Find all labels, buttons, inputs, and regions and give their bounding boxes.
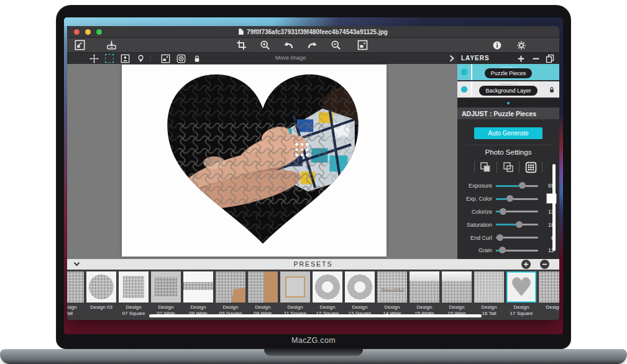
slider-row: Colorize 13 [457,206,559,219]
preset-label: Design07 Square [122,304,145,317]
auto-generate-button[interactable]: Auto Generate [474,127,542,139]
heart-puzzle-artwork[interactable] [163,69,363,249]
presets-title: PRESETS [67,260,559,268]
layer-visibility-dot[interactable] [457,69,471,75]
remove-preset-icon[interactable] [540,260,549,269]
lock-icon[interactable] [192,53,202,63]
layer-lock-icon[interactable] [544,86,559,94]
slider-row: End Curl 6 [457,231,559,244]
transform-handle-dots[interactable] [294,142,310,158]
preset-tile[interactable]: DesignTall [67,271,85,317]
crop-icon[interactable] [236,40,247,50]
preset-tile[interactable]: Design [538,271,559,317]
panel-divider [465,145,552,145]
slider-knob[interactable] [506,195,513,202]
slider-knob[interactable] [497,234,503,241]
grid-pad-icon[interactable] [525,162,537,173]
move-tool-icon[interactable] [89,53,99,63]
slider-row: Grain 12 [457,244,559,257]
preset-thumbnail[interactable]: ♥ [506,271,536,303]
portrait-frame-icon[interactable] [120,53,130,63]
preset-thumbnail[interactable]: Beautiful [377,271,407,303]
wallpaper-top-strip [64,17,563,26]
preset-tile[interactable]: Design09 Wide [247,271,279,317]
preset-thumbnail[interactable] [151,271,181,303]
marquee-tool-icon[interactable] [104,53,114,63]
zoom-out-icon[interactable] [331,40,341,50]
heart-thumb-glyph: ♥ [510,273,533,301]
preset-label: Design [546,304,559,311]
slider-knob[interactable] [516,221,523,228]
slider-track[interactable] [496,198,538,200]
info-icon[interactable] [492,40,502,50]
slider-label: End Curl [457,235,492,241]
preset-thumbnail[interactable] [442,271,472,303]
layers-outline-icon[interactable] [503,162,514,173]
preset-thumbnail[interactable] [410,271,439,303]
add-layer-icon[interactable] [516,53,526,63]
slider-knob[interactable] [519,182,526,189]
preset-thumbnail[interactable] [313,271,342,303]
preset-thumbnail[interactable] [539,271,559,303]
slider-track[interactable] [496,250,538,252]
preset-tile[interactable]: Design16 Tall [473,271,505,317]
preset-thumbnail[interactable] [280,271,310,303]
add-preset-icon[interactable] [521,260,531,269]
import-icon[interactable] [106,40,117,50]
zoom-in-icon[interactable] [260,40,270,50]
undo-icon[interactable] [283,40,294,50]
slider-track[interactable] [496,185,538,187]
slider-knob[interactable] [500,208,506,215]
duplicate-layer-icon[interactable] [545,53,555,63]
preset-thumbnail[interactable] [345,271,375,303]
presets-scrollbar[interactable] [149,314,482,317]
panel-separator[interactable] [457,99,559,107]
preset-thumbnail[interactable] [86,271,116,303]
layer-name[interactable]: Puzzle Pieces [485,68,533,78]
preset-thumbnail[interactable] [474,271,504,303]
preset-thumbnail[interactable] [183,271,213,303]
slider-label: Exp. Color [457,196,492,202]
preset-tile[interactable]: Beautiful Design14 Wide [376,271,408,317]
preset-label: Design17 Square [510,304,533,317]
slider-track[interactable] [496,224,538,225]
image-frame-icon[interactable] [357,40,368,50]
panel-scrollbar[interactable] [552,164,556,251]
panel-collapse-chevron-icon[interactable] [447,53,457,63]
preset-tile[interactable]: Design13 Square [344,271,376,317]
redo-icon[interactable] [307,40,318,50]
slider-track[interactable] [496,211,538,212]
layers-filled-icon[interactable] [480,162,491,173]
app-frame-icon[interactable] [75,40,85,50]
preset-tile[interactable]: Design08 Wide [182,271,214,317]
preset-tile[interactable]: Design15 Wide [441,271,473,317]
preset-tile[interactable]: Design09 Square [214,271,247,317]
preset-tile[interactable]: ♥ Design17 Square [505,271,538,317]
preset-tile[interactable]: Design07 Square [117,271,150,317]
preset-tiles: DesignTall Design 03 Design07 Square Des… [67,271,559,317]
tool-options-bar: Move Image [67,53,457,64]
remove-circle-icon[interactable] [176,53,186,63]
slider-track[interactable] [496,237,538,239]
preset-tile[interactable]: Design07 Wide [150,271,182,317]
image-adjust-icon[interactable] [160,53,170,63]
document-icon [239,29,244,35]
layer-row[interactable]: Puzzle Pieces [457,64,559,80]
lamp-icon[interactable] [135,53,145,63]
layer-row[interactable]: Background Layer [457,81,559,98]
layer-name[interactable]: Background Layer [479,86,537,96]
slider-knob[interactable] [499,247,506,253]
preset-tile[interactable]: Design12 Square [311,271,344,317]
window-titlebar[interactable]: 79f0f736afc37931f39f480feec4b74543a91125… [67,26,559,38]
preset-thumbnail[interactable] [216,271,245,303]
preset-tile[interactable]: Design11 Square [279,271,311,317]
remove-layer-icon[interactable] [531,53,541,63]
settings-gear-icon[interactable] [516,40,526,50]
preset-thumbnail[interactable] [67,271,84,303]
preset-tile[interactable]: Design 03 [85,271,117,317]
layers-header: LAYERS [457,53,559,64]
preset-thumbnail[interactable] [248,271,278,303]
layer-visibility-dot[interactable] [457,86,471,93]
preset-tile[interactable]: Design15 White [408,271,441,317]
preset-thumbnail[interactable] [119,271,149,303]
